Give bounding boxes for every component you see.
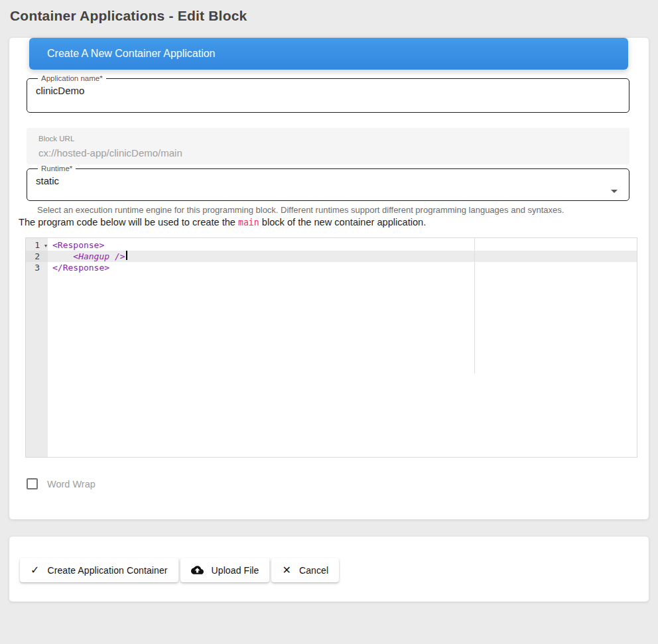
cancel-button-label: Cancel	[299, 565, 328, 576]
code-text: <Hangup />	[48, 251, 125, 262]
chevron-down-icon[interactable]	[611, 190, 618, 193]
code-note-suffix: block of the new container application.	[259, 217, 427, 227]
runtime-select-field[interactable]: Runtime* static	[27, 164, 629, 201]
editor-line[interactable]: 3 </Response>	[26, 262, 637, 273]
editor-print-margin	[474, 238, 475, 373]
page-title: Container Applications - Edit Block	[10, 8, 658, 24]
application-name-label: Application name*	[38, 74, 106, 82]
text-cursor	[126, 251, 127, 260]
close-icon: ✕	[282, 564, 291, 576]
line-number: 1▾	[26, 239, 48, 251]
actions-card: ✓ Create Application Container Upload Fi…	[9, 537, 649, 602]
runtime-hint-text: Select an execution runtime engine for t…	[37, 205, 629, 215]
code-note-prefix: The program code below will be used to c…	[19, 217, 238, 227]
line-number: 3	[26, 262, 48, 273]
form-header-title: Create A New Container Application	[47, 48, 215, 60]
cancel-button[interactable]: ✕ Cancel	[271, 558, 339, 582]
runtime-label: Runtime*	[38, 164, 76, 172]
check-icon: ✓	[31, 564, 40, 576]
form-header-banner: Create A New Container Application	[29, 38, 628, 70]
upload-file-button[interactable]: Upload File	[180, 558, 270, 582]
editor-lines: 1▾ <Response> 2 <Hangup /> 3 </Response>	[26, 239, 637, 273]
create-application-container-button[interactable]: ✓ Create Application Container	[20, 558, 178, 582]
editor-line-active[interactable]: 2 <Hangup />	[26, 251, 637, 262]
form-card: Application name* Block URL cx://hosted-…	[9, 38, 649, 519]
upload-button-label: Upload File	[212, 565, 259, 576]
code-editor[interactable]: 1▾ <Response> 2 <Hangup /> 3 </Response>	[25, 237, 637, 458]
code-text: <Response>	[48, 239, 104, 251]
fold-arrow-icon[interactable]: ▾	[44, 240, 47, 251]
runtime-selected-value: static	[36, 175, 629, 186]
word-wrap-label: Word Wrap	[47, 479, 96, 489]
form-section: Create A New Container Application Appli…	[9, 38, 649, 519]
cloud-upload-icon	[191, 564, 204, 576]
word-wrap-row: Word Wrap	[27, 478, 629, 489]
block-url-field: Block URL cx://hosted-app/clinicDemo/mai…	[27, 128, 629, 164]
code-text: </Response>	[48, 262, 109, 273]
application-name-input[interactable]	[36, 85, 599, 96]
editor-line[interactable]: 1▾ <Response>	[26, 239, 637, 251]
line-number: 2	[26, 251, 48, 262]
inline-code-main: main	[238, 218, 259, 227]
create-button-label: Create Application Container	[48, 565, 168, 576]
application-name-field[interactable]: Application name*	[27, 74, 629, 113]
block-url-value: cx://hosted-app/clinicDemo/main	[38, 147, 629, 159]
word-wrap-checkbox[interactable]	[27, 478, 38, 489]
code-note-text: The program code below will be used to c…	[19, 217, 629, 227]
block-url-label: Block URL	[38, 135, 629, 143]
